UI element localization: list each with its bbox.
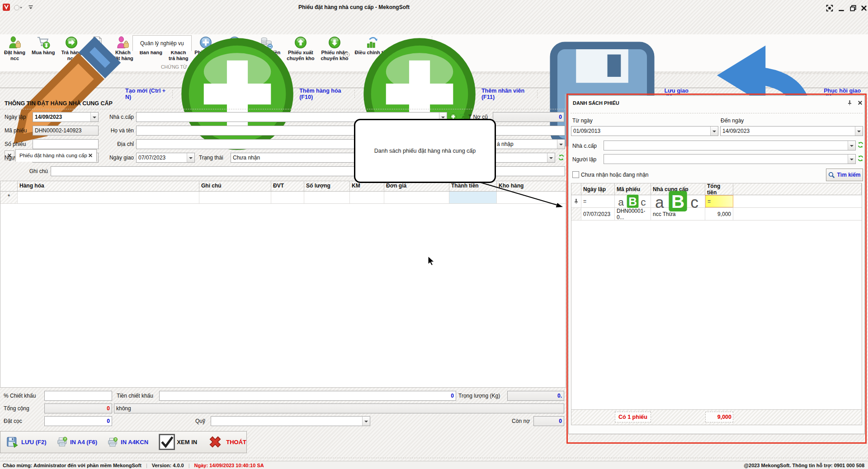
divider [537, 90, 538, 98]
tab-close-icon[interactable] [88, 153, 93, 158]
cell[interactable] [384, 192, 449, 203]
dat-coc-input[interactable]: 0 [44, 416, 112, 426]
button-label: IN A4 (F6) [70, 439, 97, 446]
filler-cell [733, 195, 862, 207]
xem-in-checkbox[interactable]: XEM IN [158, 433, 197, 450]
dat-coc-label: Đặt cọc [4, 418, 22, 424]
button-label: LƯU (F2) [21, 439, 47, 446]
column-dvt[interactable]: ĐVT [271, 181, 304, 191]
quy-combobox[interactable] [211, 416, 370, 426]
den-ngay-label: Đến ngày [721, 117, 744, 124]
tien-chiet-khau-label: Tiền chiết khấu [117, 393, 153, 399]
column-ngay-lap[interactable]: Ngày lập [581, 183, 615, 195]
voucher-count: Có 1 phiếu [615, 412, 651, 422]
print-a4kcn-button[interactable]: ?IN A4KCN [107, 437, 148, 448]
cell[interactable] [304, 192, 350, 203]
tu-ngay-combobox[interactable]: 01/09/2013 [571, 126, 718, 136]
dropdown-arrow-icon[interactable] [547, 153, 555, 162]
cell-ma-phieu[interactable]: DHN00001-0... [615, 208, 651, 220]
dropdown-arrow-icon[interactable] [710, 127, 718, 136]
save-button[interactable]: LƯU (F2) [6, 436, 47, 449]
chiet-khau-pct-input[interactable] [44, 391, 112, 401]
dropdown-arrow-icon[interactable] [90, 113, 98, 122]
value: 0. [508, 393, 564, 399]
exit-button[interactable]: THOÁT [207, 434, 246, 450]
panel-nguoi-lap-combobox[interactable] [604, 154, 856, 164]
cell[interactable] [350, 192, 384, 203]
voucher-row[interactable]: 07/07/2023 DHN00001-0... ncc Thừa 9,000 [571, 208, 862, 220]
dropdown-arrow-icon[interactable] [855, 127, 863, 136]
close-icon[interactable] [858, 100, 863, 105]
svg-text:?: ? [114, 437, 117, 441]
refresh-icon[interactable] [857, 141, 864, 148]
ma-phieu-value: DHN00002-140923 [33, 127, 98, 134]
filter-tong-tien[interactable]: = [705, 195, 733, 207]
so-phieu-input[interactable] [33, 139, 99, 149]
filler-cell [733, 208, 862, 220]
ngay-lap-combobox[interactable]: 14/09/2023 [33, 112, 99, 122]
cell[interactable] [271, 192, 304, 203]
window-title: Phiếu đặt hàng nhà cung cấp - MekongSoft [298, 4, 410, 10]
pin-icon[interactable] [847, 100, 853, 106]
ribbon-collapse-icon[interactable] [28, 5, 33, 10]
cell[interactable] [18, 192, 199, 203]
column-hang-hoa[interactable]: Hàng hóa [18, 181, 199, 191]
dropdown-arrow-icon[interactable] [362, 417, 370, 426]
refresh-status-icon[interactable] [558, 154, 565, 161]
filter-row[interactable]: = aBc aBc = [571, 195, 862, 208]
ngay-giao-combobox[interactable]: 07/07/2023 [136, 153, 195, 163]
add-item-button[interactable]: Thêm hàng hóa (F10) [178, 34, 349, 154]
print-a4-button[interactable]: ?IN A4 (F6) [57, 436, 98, 447]
chiet-khau-pct-label: % Chiết khấu [4, 393, 36, 399]
dropdown-arrow-icon[interactable] [848, 141, 855, 150]
search-button[interactable]: Tìm kiếm [826, 169, 863, 181]
column-ghi-chu[interactable]: Ghi chú [199, 181, 271, 191]
minimize-icon[interactable] [838, 5, 845, 12]
mouse-cursor-icon [427, 256, 436, 266]
danh-sach-phieu-panel: DANH SÁCH PHIẾU Từ ngày Đến ngày 01/09/2… [568, 95, 865, 434]
close-icon[interactable] [860, 5, 868, 12]
tab-phieu-dat-hang-nha-cung-cap[interactable]: Phiếu đặt hàng nhà cung cấp [15, 149, 97, 162]
den-ngay-combobox[interactable]: 14/09/2023 [720, 126, 863, 136]
create-new-button[interactable]: Tạo mới (Ctrl + N) [4, 34, 167, 154]
status-bar: Chào mừng: Administrator đến với phần mề… [0, 461, 868, 469]
panel-nha-ccap-combobox[interactable] [604, 141, 856, 150]
plus-circle-icon [178, 34, 297, 154]
column-so-luong[interactable]: Số lượng [304, 181, 350, 191]
cell-ngay-lap[interactable]: 07/07/2023 [581, 208, 615, 220]
dia-chi-label: Địa chỉ [103, 141, 134, 147]
dropdown-arrow-icon[interactable] [187, 153, 194, 162]
tien-chiet-khau-input[interactable]: 0 [159, 391, 456, 401]
restore-icon[interactable] [849, 5, 857, 12]
divider [172, 90, 173, 98]
callout-arrow [470, 178, 574, 216]
filter-nha-cung-cap[interactable]: aBc [651, 195, 705, 207]
cell-tong-tien[interactable]: 9,000 [705, 208, 733, 220]
tab-quan-ly-nghiep-vu[interactable]: Quản lý nghiệp vụ [132, 35, 192, 51]
tu-ngay-value: 01/09/2013 [571, 128, 710, 134]
cell-nha-cung-cap[interactable]: ncc Thừa [651, 208, 705, 220]
statusbar-divider: | [146, 463, 147, 468]
con-no-label: Còn nợ [497, 418, 530, 424]
voucher-list-grid[interactable]: Ngày lập Mã phiếu Nhà cung cấp Tổng tiền… [571, 183, 862, 425]
unreceived-filter-checkbox[interactable] [572, 171, 579, 178]
svg-text:a: a [618, 197, 624, 208]
column-tong-tien[interactable]: Tổng tiền [705, 183, 733, 195]
ngay-giao-label: Ngày giao [103, 155, 134, 161]
filter-ma-phieu[interactable]: aBc [615, 195, 651, 207]
pencil-icon [4, 34, 123, 154]
fullscreen-icon[interactable] [826, 5, 833, 12]
checkbox-label: XEM IN [177, 439, 197, 446]
cell[interactable] [199, 192, 271, 203]
ghi-chu-label: Ghi chú [5, 168, 48, 174]
tong-cong-label: Tổng cộng [4, 405, 29, 412]
ho-va-ten-input[interactable] [136, 126, 565, 136]
filter-ngay-lap[interactable]: = [581, 195, 615, 207]
support-text: @2023 MekongSoft. Thông tin hỗ trợ: 0901… [744, 463, 864, 468]
dropdown-arrow-icon[interactable] [848, 155, 855, 164]
dropdown-arrow-icon[interactable] [557, 140, 565, 149]
voucher-total: 9,000 [705, 412, 733, 422]
quick-access-icon[interactable] [14, 5, 23, 11]
refresh-icon[interactable] [857, 155, 864, 162]
tooltip-text: Danh sách phiếu đặt hàng nhà cung cấp [374, 148, 476, 154]
